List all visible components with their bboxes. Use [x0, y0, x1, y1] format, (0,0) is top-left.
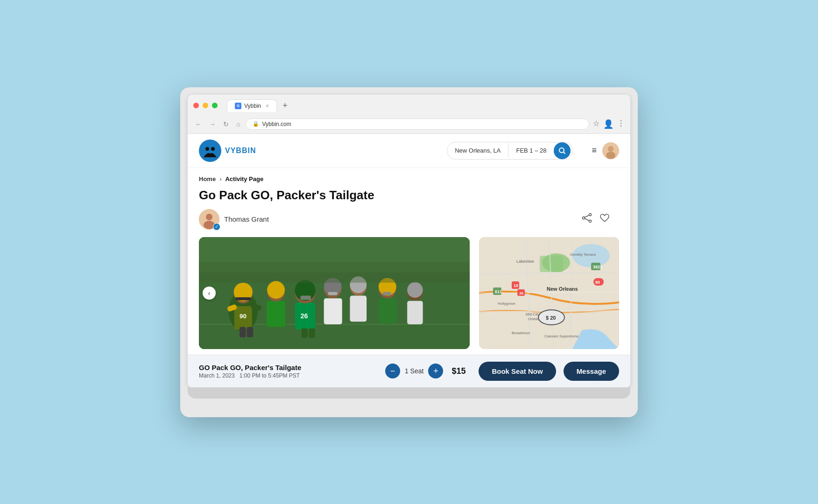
activity-image: 90 26 [199, 237, 470, 349]
search-location[interactable]: New Orleans, LA [447, 143, 508, 158]
host-avatar[interactable]: ✓ [199, 209, 219, 230]
logo-text: VYBBIN [225, 147, 256, 155]
lock-icon: 🔒 [253, 121, 259, 127]
tab-close-btn[interactable]: × [266, 103, 269, 109]
search-bar[interactable]: New Orleans, LA FEB 1 – 28 [447, 142, 573, 160]
svg-rect-52 [240, 327, 246, 337]
svg-text:New Orleans: New Orleans [547, 286, 578, 292]
football-scene: 90 26 [199, 237, 470, 349]
svg-rect-54 [302, 328, 308, 337]
forward-btn[interactable]: → [207, 119, 218, 129]
seat-selector: − 1 Seat + $15 [385, 364, 466, 378]
new-tab-btn[interactable]: + [279, 101, 291, 111]
svg-text:Lakeview: Lakeview [516, 259, 534, 264]
svg-line-4 [564, 152, 565, 154]
header-right: ≡ [592, 142, 619, 159]
svg-rect-30 [301, 295, 311, 300]
main-content: Home › Activity Page Go Pack GO, Packer'… [188, 168, 630, 349]
breadcrumb-separator: › [219, 175, 221, 182]
verified-badge: ✓ [213, 223, 220, 231]
activity-title: Go Pack GO, Packer's Tailgate [199, 188, 619, 203]
svg-rect-36 [350, 295, 367, 322]
message-button[interactable]: Message [564, 362, 619, 381]
logo[interactable]: VYBBIN [199, 140, 256, 162]
svg-point-45 [407, 282, 423, 297]
breadcrumb: Home › Activity Page [199, 175, 619, 182]
svg-point-12 [589, 214, 592, 216]
svg-point-8 [608, 146, 614, 152]
svg-point-2 [211, 147, 215, 151]
svg-point-1 [205, 147, 209, 151]
seat-count: 1 Seat [405, 367, 423, 375]
share-icon[interactable] [582, 213, 592, 225]
svg-rect-42 [383, 292, 391, 295]
logo-icon [199, 140, 221, 162]
svg-text:39: 39 [519, 291, 523, 295]
host-info: ✓ Thomas Grant [199, 209, 269, 230]
more-options-icon[interactable]: ⋮ [617, 119, 625, 129]
svg-text:Hollygrove: Hollygrove [498, 301, 515, 306]
svg-text:Caesars Superdome: Caesars Superdome [544, 334, 579, 338]
search-dates[interactable]: FEB 1 – 28 [508, 143, 554, 158]
book-seat-now-button[interactable]: Book Seat Now [479, 362, 556, 381]
svg-rect-61 [540, 256, 563, 272]
svg-rect-35 [328, 292, 338, 295]
svg-rect-43 [407, 301, 423, 324]
host-name: Thomas Grant [224, 215, 269, 223]
user-profile-icon[interactable]: 👤 [603, 119, 614, 129]
svg-rect-47 [199, 262, 470, 283]
svg-rect-32 [324, 298, 342, 324]
content-grid: 90 26 [199, 237, 619, 349]
booking-event-info: GO Pack GO, Packer's Tailgate March 1, 2… [199, 364, 301, 379]
svg-rect-49 [267, 301, 285, 327]
breadcrumb-home[interactable]: Home [199, 175, 216, 182]
svg-text:$ 20: $ 20 [546, 315, 556, 321]
active-tab[interactable]: G Vybbin × [227, 99, 277, 112]
map-svg: 611 10 90 3821 Lakeview Gentilly Terrace… [479, 237, 619, 349]
carousel-prev-btn[interactable]: ‹ [203, 287, 216, 300]
svg-text:90: 90 [240, 312, 247, 319]
increase-seat-btn[interactable]: + [428, 364, 443, 378]
like-icon[interactable] [599, 213, 610, 225]
svg-text:10: 10 [514, 283, 518, 288]
tab-favicon: G [235, 103, 241, 109]
svg-line-15 [585, 215, 589, 217]
breadcrumb-current: Activity Page [225, 175, 263, 182]
bookmark-icon[interactable]: ☆ [593, 119, 599, 129]
svg-text:90: 90 [595, 280, 600, 285]
svg-text:611: 611 [495, 289, 502, 294]
address-bar[interactable]: 🔒 Vybbin.com [246, 119, 589, 130]
svg-text:Gentilly Terrace: Gentilly Terrace [570, 252, 596, 257]
search-button[interactable] [554, 142, 571, 159]
tab-label: Vybbin [244, 103, 261, 109]
maximize-window-dot[interactable] [212, 103, 218, 108]
booking-event-date: March 1, 2023 1:00 PM to 5:45PM PST [199, 372, 301, 379]
map-container: 611 10 90 3821 Lakeview Gentilly Terrace… [479, 237, 619, 349]
svg-rect-24 [235, 297, 251, 300]
svg-point-13 [589, 220, 592, 223]
svg-rect-55 [309, 328, 315, 337]
svg-rect-39 [379, 298, 397, 323]
svg-text:26: 26 [301, 312, 308, 319]
user-avatar[interactable] [602, 142, 619, 159]
svg-text:3821: 3821 [593, 265, 602, 269]
close-window-dot[interactable] [193, 103, 199, 108]
svg-point-51 [267, 281, 285, 299]
back-btn[interactable]: ← [193, 119, 204, 129]
svg-line-16 [585, 218, 589, 221]
refresh-btn[interactable]: ↻ [221, 119, 231, 129]
booking-event-name: GO Pack GO, Packer's Tailgate [199, 364, 301, 371]
home-btn[interactable]: ⌂ [234, 119, 242, 129]
svg-rect-53 [247, 327, 253, 337]
decrease-seat-btn[interactable]: − [385, 364, 400, 378]
minimize-window-dot[interactable] [203, 103, 208, 108]
site-header: VYBBIN New Orleans, LA FEB 1 – 28 ≡ [188, 134, 630, 168]
hamburger-menu[interactable]: ≡ [592, 146, 597, 155]
svg-point-10 [206, 214, 212, 220]
svg-text:Broadmoor: Broadmoor [512, 331, 530, 335]
booking-bar: GO Pack GO, Packer's Tailgate March 1, 2… [188, 355, 630, 387]
svg-point-7 [606, 152, 615, 159]
action-icons [582, 213, 610, 225]
host-row: ✓ Thomas Grant [199, 209, 619, 230]
svg-point-14 [583, 217, 585, 219]
